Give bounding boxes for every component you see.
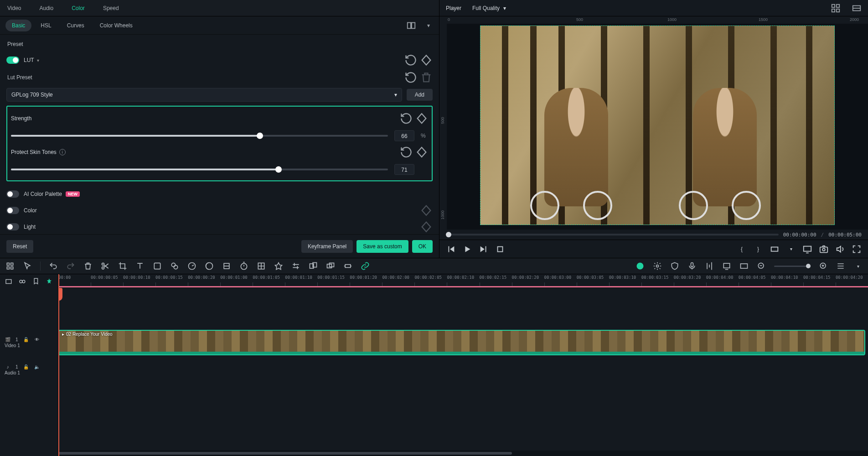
ok-button[interactable]: OK [412,240,433,253]
color-icon[interactable] [205,261,214,271]
link-clips-icon[interactable] [18,277,26,286]
track-icon[interactable] [257,261,266,271]
lut-toggle[interactable] [6,56,19,64]
lut-keyframe-icon[interactable] [420,54,433,67]
lut-expand-icon[interactable]: ▾ [37,58,39,63]
video-clip[interactable]: ▸02 Replace Your Video [58,330,865,355]
text-icon[interactable] [135,261,145,271]
mic-icon[interactable] [687,261,697,271]
subtab-curves[interactable]: Curves [61,20,91,31]
chevron-down-icon[interactable]: ▾ [853,261,863,271]
adjust-icon[interactable] [291,261,300,271]
grid-icon[interactable] [831,3,841,13]
zoom-out-icon[interactable] [757,261,766,271]
lut-preset-select[interactable]: GPLog 709 Style ▾ [6,88,402,102]
split-icon[interactable] [101,261,110,271]
strength-slider[interactable] [11,135,388,137]
subtab-color-wheels[interactable]: Color Wheels [93,20,139,31]
snapshot-button[interactable] [819,244,829,254]
mark-out-button[interactable]: } [753,244,763,254]
protect-skin-value[interactable]: 71 [394,164,414,175]
redo-icon[interactable] [66,261,75,271]
stop-button[interactable] [495,244,505,254]
tab-color[interactable]: Color [69,1,88,15]
play-button[interactable] [462,244,472,254]
display-button[interactable] [802,244,812,254]
mask-icon[interactable] [274,261,283,271]
link-icon[interactable] [361,261,370,271]
tab-audio[interactable]: Audio [36,1,56,15]
sticker-icon[interactable] [153,261,162,271]
lut-preset-reset-icon[interactable] [404,71,417,84]
protect-skin-slider[interactable] [11,169,388,170]
timer-icon[interactable] [239,261,248,271]
zoom-in-icon[interactable] [819,261,828,271]
color-toggle[interactable] [6,207,19,214]
ai-palette-toggle[interactable] [6,190,19,198]
strength-keyframe-icon[interactable] [415,112,428,125]
selection-tool-icon[interactable] [5,261,15,271]
gear-icon[interactable] [653,261,662,271]
pointer-tool-icon[interactable] [23,261,32,271]
mark-in-button[interactable]: { [737,244,747,254]
strength-value[interactable]: 66 [394,130,414,141]
tab-speed[interactable]: Speed [100,1,122,15]
shield-icon[interactable] [670,261,679,271]
lut-reset-icon[interactable] [404,54,417,67]
save-as-custom-button[interactable]: Save as custom [356,240,408,253]
eye-icon[interactable]: 👁 [34,337,40,342]
lut-add-button[interactable]: Add [407,89,433,101]
auto-ripple-icon[interactable] [45,277,53,286]
video-track-row[interactable]: ▸02 Replace Your Video [58,329,865,356]
light-toggle[interactable] [6,223,19,231]
fullscreen-button[interactable] [852,244,862,254]
color-basic-scroll[interactable]: Preset LUT ▾ Lut Preset [0,35,439,234]
tracks-area[interactable]: ▸02 Replace Your Video [58,288,868,450]
group-icon[interactable] [309,261,318,271]
lock-icon[interactable]: 🔓 [23,364,29,369]
reset-button[interactable]: Reset [6,240,33,253]
delete-icon[interactable] [83,261,93,271]
mute-icon[interactable]: 🔈 [34,364,40,369]
marker-icon[interactable] [722,261,731,271]
chevron-down-icon[interactable]: ▾ [424,20,434,31]
tab-video[interactable]: Video [5,1,24,15]
subtab-basic[interactable]: Basic [5,20,31,31]
speed-icon[interactable] [187,261,196,271]
expand-icon[interactable] [343,261,352,271]
magnet-icon[interactable] [5,277,13,286]
progress-track[interactable] [446,234,779,236]
strength-reset-icon[interactable] [400,112,413,125]
keyframe-tool-icon[interactable] [222,261,231,271]
volume-button[interactable] [835,244,845,254]
overlap-icon[interactable] [326,261,335,271]
render-icon[interactable] [739,261,749,271]
audio-mix-icon[interactable] [705,261,714,271]
subtab-hsl[interactable]: HSL [34,20,57,31]
protect-skin-reset-icon[interactable] [400,146,413,159]
undo-icon[interactable] [49,261,58,271]
time-ruler[interactable]: 00:0000:00:00:0500:00:00:1000:00:00:1500… [58,274,868,288]
player-canvas[interactable] [447,24,868,230]
auto-enhance-icon[interactable] [636,261,645,271]
info-icon[interactable]: i [59,149,66,155]
playhead[interactable] [58,274,59,456]
video-preview[interactable] [480,26,835,225]
compare-icon[interactable] [406,20,416,31]
list-view-icon[interactable] [836,261,845,271]
scope-icon[interactable] [852,3,862,13]
ratio-button[interactable] [770,244,780,254]
keyframe-panel-button[interactable]: Keyframe Panel [301,240,353,253]
prev-frame-button[interactable] [446,244,456,254]
effects-icon[interactable] [170,261,179,271]
timeline-scrollbar[interactable] [58,451,868,456]
chevron-down-icon[interactable]: ▾ [786,244,796,254]
lock-icon[interactable]: 🔓 [23,337,29,342]
timeline-body[interactable]: 00:0000:00:00:0500:00:00:1000:00:00:1500… [58,274,868,456]
zoom-slider[interactable] [774,266,811,267]
protect-skin-keyframe-icon[interactable] [415,146,428,159]
marker-add-icon[interactable] [32,277,40,286]
crop-icon[interactable] [118,261,127,271]
next-frame-button[interactable] [479,244,489,254]
quality-select[interactable]: Full Quality ▾ [469,3,510,13]
